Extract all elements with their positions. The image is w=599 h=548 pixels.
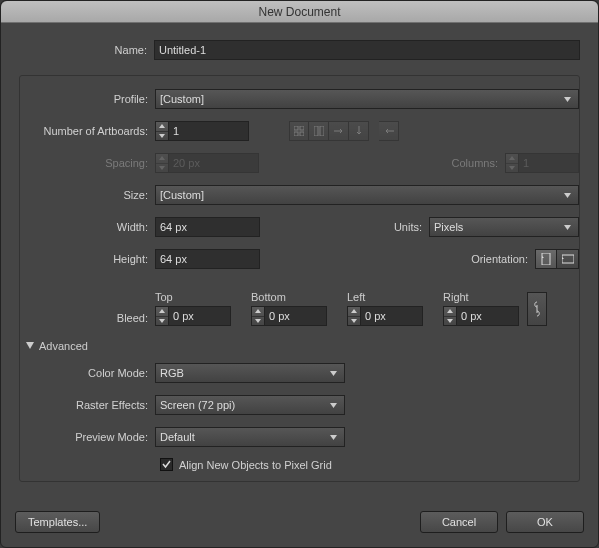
svg-rect-3	[294, 126, 298, 130]
artboards-spinner[interactable]	[155, 121, 169, 141]
bleed-right-input[interactable]	[457, 306, 519, 326]
svg-marker-20	[255, 319, 261, 323]
svg-marker-19	[255, 309, 261, 313]
width-label: Width:	[20, 221, 155, 233]
svg-rect-4	[300, 126, 304, 130]
arrange-row-icon[interactable]	[329, 121, 349, 141]
advanced-header[interactable]: Advanced	[26, 340, 579, 352]
raster-select[interactable]: Screen (72 ppi)	[155, 395, 345, 415]
bleed-right-stepper[interactable]	[443, 306, 519, 326]
checkmark-icon	[162, 460, 171, 469]
bleed-top-stepper[interactable]	[155, 306, 231, 326]
raster-value: Screen (72 ppi)	[160, 399, 235, 411]
orientation-portrait-button[interactable]	[535, 249, 557, 269]
dialog-footer: Templates... Cancel OK	[1, 511, 598, 547]
spacing-label: Spacing:	[20, 157, 155, 169]
bleed-top-spinner[interactable]	[155, 306, 169, 326]
spinner-down-icon	[506, 164, 518, 173]
profile-label: Profile:	[20, 93, 155, 105]
svg-marker-9	[159, 156, 165, 160]
chevron-down-icon	[326, 435, 340, 440]
orientation-label: Orientation:	[455, 253, 535, 265]
bleed-left-stepper[interactable]	[347, 306, 423, 326]
name-label: Name:	[19, 44, 154, 56]
bleed-top-input[interactable]	[169, 306, 231, 326]
svg-marker-21	[351, 309, 357, 313]
bleed-left-spinner[interactable]	[347, 306, 361, 326]
height-label: Height:	[20, 253, 155, 265]
bleed-bottom-input[interactable]	[265, 306, 327, 326]
width-input[interactable]	[155, 217, 260, 237]
svg-marker-22	[351, 319, 357, 323]
units-select[interactable]: Pixels	[429, 217, 579, 237]
color-mode-label: Color Mode:	[20, 367, 155, 379]
window-title: New Document	[258, 5, 340, 19]
svg-marker-12	[509, 166, 515, 170]
bleed-top-label: Top	[155, 291, 231, 303]
color-mode-select[interactable]: RGB	[155, 363, 345, 383]
name-input[interactable]	[154, 40, 580, 60]
preview-select[interactable]: Default	[155, 427, 345, 447]
new-document-dialog: New Document Name: Profile: [Custom] Num…	[0, 0, 599, 548]
disclosure-triangle-icon	[26, 342, 34, 350]
preview-value: Default	[160, 431, 195, 443]
arrange-col-icon[interactable]	[349, 121, 369, 141]
svg-rect-7	[314, 126, 318, 136]
bleed-bottom-spinner[interactable]	[251, 306, 265, 326]
svg-marker-26	[330, 371, 337, 376]
artboards-input[interactable]	[169, 121, 249, 141]
svg-marker-17	[159, 309, 165, 313]
arrange-grid-row-icon[interactable]	[289, 121, 309, 141]
chevron-down-icon	[560, 225, 574, 230]
dialog-content: Name: Profile: [Custom] Number of Artboa…	[1, 23, 598, 511]
svg-rect-5	[294, 132, 298, 136]
size-select[interactable]: [Custom]	[155, 185, 579, 205]
size-label: Size:	[20, 189, 155, 201]
units-label: Units:	[379, 221, 429, 233]
svg-marker-23	[447, 309, 453, 313]
bleed-bottom-stepper[interactable]	[251, 306, 327, 326]
main-group: Profile: [Custom] Number of Artboards:	[19, 75, 580, 482]
orientation-landscape-button[interactable]	[557, 249, 579, 269]
svg-marker-10	[159, 166, 165, 170]
bleed-left-input[interactable]	[361, 306, 423, 326]
bleed-bottom-label: Bottom	[251, 291, 327, 303]
bleed-left-label: Left	[347, 291, 423, 303]
artboards-label: Number of Artboards:	[20, 125, 155, 137]
bleed-right-label: Right	[443, 291, 519, 303]
bleed-right-spinner[interactable]	[443, 306, 457, 326]
svg-marker-1	[159, 124, 165, 128]
templates-button[interactable]: Templates...	[15, 511, 100, 533]
svg-marker-11	[509, 156, 515, 160]
svg-marker-2	[159, 134, 165, 138]
svg-marker-13	[564, 193, 571, 198]
spinner-up-icon[interactable]	[156, 122, 168, 132]
spinner-up-icon	[156, 154, 168, 164]
svg-marker-27	[330, 403, 337, 408]
size-value: [Custom]	[160, 189, 204, 201]
advanced-label: Advanced	[39, 340, 88, 352]
titlebar: New Document	[1, 1, 598, 23]
ok-button[interactable]: OK	[506, 511, 584, 533]
cancel-button[interactable]: Cancel	[420, 511, 498, 533]
svg-marker-24	[447, 319, 453, 323]
bleed-link-button[interactable]	[527, 292, 547, 326]
svg-marker-14	[564, 225, 571, 230]
svg-marker-25	[26, 342, 34, 349]
raster-label: Raster Effects:	[20, 399, 155, 411]
height-input[interactable]	[155, 249, 260, 269]
align-pixel-grid-checkbox[interactable]	[160, 458, 173, 471]
chevron-down-icon	[560, 97, 574, 102]
profile-select[interactable]: [Custom]	[155, 89, 579, 109]
columns-stepper	[505, 153, 579, 173]
units-value: Pixels	[434, 221, 463, 233]
chevron-down-icon	[326, 371, 340, 376]
svg-marker-28	[330, 435, 337, 440]
arrange-rtl-icon[interactable]	[379, 121, 399, 141]
spacing-input	[169, 153, 259, 173]
arrange-grid-col-icon[interactable]	[309, 121, 329, 141]
columns-spinner	[505, 153, 519, 173]
color-mode-value: RGB	[160, 367, 184, 379]
spinner-down-icon[interactable]	[156, 132, 168, 141]
artboards-stepper[interactable]	[155, 121, 249, 141]
